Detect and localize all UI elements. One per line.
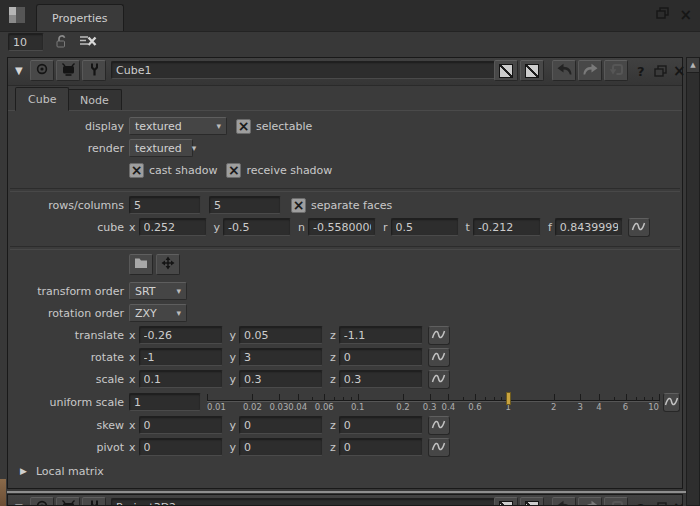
undo-button[interactable] xyxy=(552,60,576,81)
cube-y-input[interactable] xyxy=(223,218,291,236)
local-matrix-row[interactable]: ▶ Local matrix xyxy=(14,460,676,482)
rotation-order-value: ZXY xyxy=(135,307,157,320)
node-color-button[interactable] xyxy=(494,60,518,81)
node-name-input[interactable] xyxy=(111,498,503,506)
translate-animation-button[interactable] xyxy=(428,326,450,345)
rotate-x-input[interactable] xyxy=(139,348,223,366)
uniform-scale-animation-button[interactable] xyxy=(663,393,680,412)
lock-icon[interactable] xyxy=(55,34,68,51)
expand-triangle-icon[interactable]: ▶ xyxy=(20,466,27,476)
slider-tick xyxy=(312,397,313,401)
redo-button[interactable] xyxy=(578,60,602,81)
skew-row: skew x y z xyxy=(14,414,676,436)
display-label: display xyxy=(14,120,124,133)
scale-animation-button[interactable] xyxy=(428,370,450,389)
scale-x-input[interactable] xyxy=(139,370,223,388)
uniform-scale-slider-handle[interactable] xyxy=(506,392,511,405)
collapse-panel-icon[interactable]: ▼ xyxy=(15,65,23,76)
close-panel-icon[interactable]: × xyxy=(673,501,683,506)
slider-tick xyxy=(334,397,335,401)
float-window-icon[interactable] xyxy=(654,502,667,506)
snap-translate-button[interactable] xyxy=(156,254,180,275)
redo-button[interactable] xyxy=(578,497,602,506)
scale-y-input[interactable] xyxy=(239,370,323,388)
rotate-animation-button[interactable] xyxy=(428,348,450,367)
rotate-y-input[interactable] xyxy=(239,348,323,366)
skew-y-input[interactable] xyxy=(239,416,323,434)
pivot-x-input[interactable] xyxy=(139,438,223,456)
slider-tick xyxy=(279,394,280,401)
clear-all-panels-icon[interactable] xyxy=(79,34,97,50)
node-color-button[interactable] xyxy=(494,497,518,506)
node-controls-button[interactable] xyxy=(30,497,54,506)
tab-cube[interactable]: Cube xyxy=(15,87,69,111)
columns-input[interactable] xyxy=(209,196,281,214)
translate-x-input[interactable] xyxy=(139,326,223,344)
transform-order-dropdown[interactable]: SRT ▾ xyxy=(129,282,187,300)
revert-button[interactable] xyxy=(604,497,628,506)
vertical-scrollbar[interactable]: ▲ xyxy=(686,57,700,506)
axis-r-label: r xyxy=(383,221,388,234)
cube-f-input[interactable] xyxy=(555,218,623,236)
cube-r-input[interactable] xyxy=(391,218,459,236)
slider-tick-label: 0.3 xyxy=(423,402,437,412)
translate-z-input[interactable] xyxy=(339,326,423,344)
slider-tick xyxy=(463,397,464,401)
pivot-animation-button[interactable] xyxy=(428,438,450,457)
rotate-z-input[interactable] xyxy=(339,348,423,366)
slider-tick xyxy=(403,394,404,401)
node-controls-button[interactable] xyxy=(30,60,54,81)
skew-x-input[interactable] xyxy=(139,416,223,434)
pivot-y-input[interactable] xyxy=(239,438,323,456)
gl-color-button[interactable] xyxy=(520,60,544,81)
selectable-checkbox[interactable]: × xyxy=(236,119,251,134)
cube-t-input[interactable] xyxy=(473,218,541,236)
receive-shadow-checkbox[interactable]: × xyxy=(226,163,241,178)
uniform-scale-label: uniform scale xyxy=(14,396,124,409)
float-window-icon[interactable] xyxy=(654,65,667,80)
help-icon[interactable]: ? xyxy=(637,501,645,506)
close-panel-icon[interactable]: × xyxy=(673,64,686,78)
rotation-order-dropdown[interactable]: ZXY ▾ xyxy=(129,304,187,322)
float-pane-icon[interactable] xyxy=(656,7,669,22)
collapse-panel-icon[interactable]: ▼ xyxy=(15,502,23,506)
axis-y-label: y xyxy=(230,329,237,342)
display-dropdown[interactable]: textured ▾ xyxy=(129,117,227,135)
rows-input[interactable] xyxy=(129,196,201,214)
cube-x-input[interactable] xyxy=(139,218,207,236)
gl-color-button[interactable] xyxy=(520,497,544,506)
no-color-swatch-icon xyxy=(525,501,539,506)
translate-y-input[interactable] xyxy=(239,326,323,344)
undo-button[interactable] xyxy=(552,497,576,506)
node-display-button[interactable] xyxy=(56,60,80,81)
separate-faces-checkbox[interactable]: × xyxy=(291,198,306,213)
divider xyxy=(10,188,680,192)
separate-faces-label: separate faces xyxy=(311,199,392,212)
scale-z-input[interactable] xyxy=(339,370,423,388)
axis-z-label: z xyxy=(330,329,336,342)
skew-z-input[interactable] xyxy=(339,416,423,434)
node-name-input[interactable] xyxy=(111,61,503,79)
tab-properties[interactable]: Properties xyxy=(36,4,124,31)
slider-tick-label: 0.2 xyxy=(396,402,410,412)
uniform-scale-input[interactable] xyxy=(129,393,201,411)
tab-node[interactable]: Node xyxy=(67,89,122,110)
pane-splitter[interactable] xyxy=(7,491,699,493)
file-import-button[interactable] xyxy=(129,254,153,275)
close-pane-icon[interactable]: × xyxy=(679,8,692,22)
node-settings-button[interactable] xyxy=(82,60,106,81)
scroll-up-button[interactable]: ▲ xyxy=(687,58,699,73)
max-panels-input[interactable] xyxy=(8,33,44,51)
node-display-button[interactable] xyxy=(56,497,80,506)
cast-shadow-checkbox[interactable]: × xyxy=(129,163,144,178)
revert-button[interactable] xyxy=(604,60,628,81)
pivot-z-input[interactable] xyxy=(339,438,423,456)
uniform-scale-slider[interactable]: 0.010.020.030.040.060.10.20.30.40.612346… xyxy=(207,391,659,413)
slider-tick xyxy=(644,397,645,401)
cube-n-input[interactable] xyxy=(308,218,376,236)
node-settings-button[interactable] xyxy=(82,497,106,506)
cube-animation-button[interactable] xyxy=(628,218,650,237)
skew-animation-button[interactable] xyxy=(428,416,450,435)
render-dropdown[interactable]: textured ▾ xyxy=(129,139,193,157)
help-icon[interactable]: ? xyxy=(637,64,645,79)
